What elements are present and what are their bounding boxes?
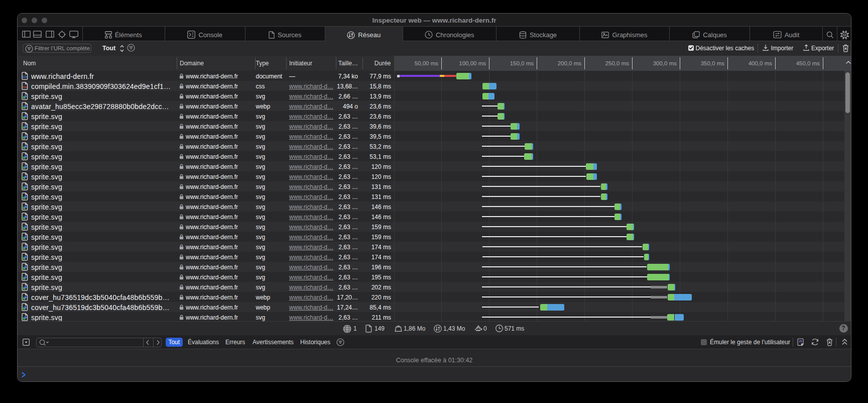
svg-text:JS: JS <box>799 339 802 342</box>
svg-text:css: css <box>22 85 27 88</box>
